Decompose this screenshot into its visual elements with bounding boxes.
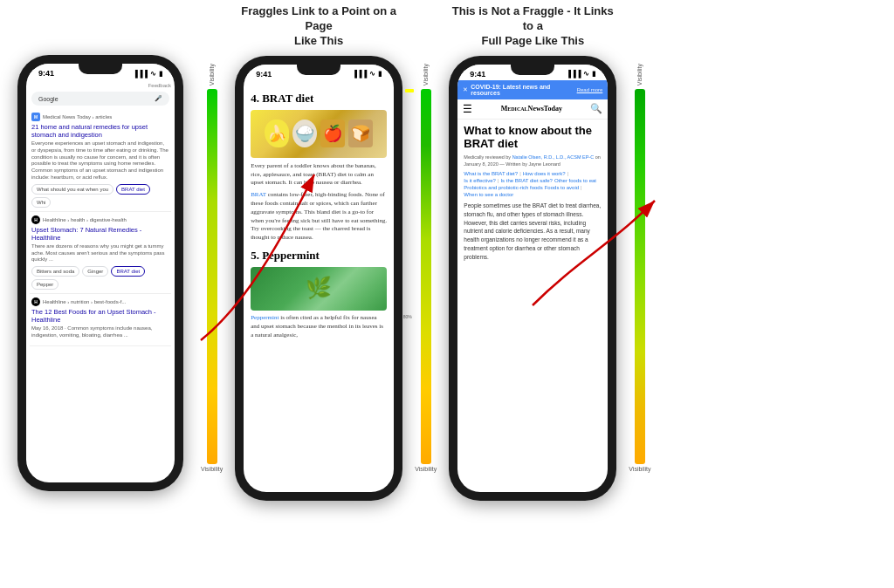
phone2-time: 9:41: [256, 70, 272, 79]
peppermint-para: Peppermint is often cited as a helpful f…: [251, 314, 387, 339]
vis-label-1: Visibility: [209, 64, 215, 85]
phone2-screen: 9:41 ▐▐▐ ∿ ▮ 4. BRAT diet 🍌 🍚 🍎: [244, 65, 394, 492]
search-bar[interactable]: Google 🎤: [31, 92, 169, 106]
brat-image: 🍌 🍚 🍎 🍞: [251, 110, 387, 158]
nav-safe[interactable]: Is the BRAT diet safe?: [500, 178, 552, 183]
chip-what[interactable]: What should you eat when you: [31, 184, 113, 195]
phone3-battery: ▮: [592, 70, 595, 78]
feedback-label: Feedback: [30, 83, 171, 88]
phone2-mockup: 9:41 ▐▐▐ ∿ ▮ 4. BRAT diet 🍌 🍚 🍎: [235, 56, 402, 501]
result-desc-1: Everyone experiences an upset stomach an…: [31, 140, 169, 181]
phone3-time: 9:41: [470, 70, 485, 79]
main-layout: 9:41 ▐▐▐ ∿ ▮ Feedback Google 🎤: [0, 0, 894, 588]
peppermint-link[interactable]: Peppermint: [251, 314, 279, 321]
nav-how-works[interactable]: How does it work?: [523, 171, 566, 176]
read-more-link[interactable]: Read more: [577, 87, 603, 92]
nav-brat-diet[interactable]: What is the BRAT diet?: [464, 171, 518, 176]
search-screen: Feedback Google 🎤 M Medical News Today ›…: [26, 79, 175, 350]
nav-probiotics[interactable]: Probiotics and probiotic-rich foods: [464, 185, 542, 190]
vis-bar-3-container: Visibility Visibility: [629, 64, 650, 472]
phone1-mockup: 9:41 ▐▐▐ ∿ ▮ Feedback Google 🎤: [17, 55, 183, 491]
brat-para1: Every parent of a toddler knows about th…: [251, 162, 387, 188]
search-query: Google: [38, 96, 58, 102]
nav-effective[interactable]: Is it effective?: [464, 178, 496, 183]
nav-avoid[interactable]: Foods to avoid: [545, 185, 579, 190]
covid-banner-text: COVID-19: Latest news and resources: [471, 84, 576, 96]
chip-row-2: Bitters and soda Ginger BRAT diet Pepper: [31, 266, 169, 290]
mnt-logo: MedicalNewsToday: [501, 105, 562, 113]
peppermint-heading: 5. Peppermint: [251, 248, 387, 263]
brat-para2: BRAT contains low-fiber, high-binding fo…: [251, 191, 387, 243]
close-icon[interactable]: ✕: [463, 86, 468, 93]
full-article-content: What to know about the BRAT diet Medical…: [457, 120, 608, 266]
vis-100-marker: [405, 89, 414, 92]
phone3-mockup: 9:41 ▐▐▐ ∿ ▮ ✕ COVID-19: Latest news and…: [449, 56, 616, 501]
nav-other-foods[interactable]: Other foods to eat: [554, 178, 596, 183]
result-item-1: M Medical News Today › articles 21 home …: [30, 109, 171, 212]
signal-icon: ▐▐▐: [133, 70, 148, 78]
phone1-notch: [79, 64, 122, 74]
phone3-column: This is Not a Fraggle - It Links to aFul…: [437, 4, 629, 501]
vis-label-2: Visibility: [423, 64, 429, 85]
phone3-icons: ▐▐▐ ∿ ▮: [566, 70, 595, 78]
phone2-column: Fraggles Link to a Point on a PageLike T…: [223, 4, 415, 501]
vis-bar-2: 80%: [421, 89, 431, 464]
battery-icon: ▮: [159, 70, 162, 78]
result-desc-3: May 16, 2018 · Common symptoms include n…: [31, 325, 169, 339]
vis-bar-2-container: Visibility 80% Visibility: [415, 64, 437, 472]
full-article-title: What to know about the BRAT diet: [464, 124, 602, 151]
chip-brat-1[interactable]: BRAT diet: [116, 184, 150, 195]
vis-label-3: Visibility: [636, 64, 643, 85]
result-title-2[interactable]: Upset Stomach: 7 Natural Remedies - Heal…: [31, 226, 169, 242]
wifi-icon: ∿: [150, 70, 156, 78]
chip-bitters[interactable]: Bitters and soda: [31, 266, 79, 277]
result-item-3: H Healthline › nutrition › best-foods-f.…: [30, 294, 171, 346]
phone1-time: 9:41: [38, 69, 54, 78]
hamburger-icon[interactable]: ☰: [463, 103, 472, 115]
phone3-notch: [511, 65, 554, 75]
brat-link[interactable]: BRAT: [251, 191, 266, 198]
chip-whi[interactable]: Whi: [31, 197, 51, 208]
rice-icon: 🍚: [292, 120, 317, 147]
nav-doctor[interactable]: When to see a doctor: [464, 192, 513, 197]
phone2-icons: ▐▐▐ ∿ ▮: [352, 70, 382, 78]
result-title-3[interactable]: The 12 Best Foods for an Upset Stomach -…: [31, 308, 169, 324]
chip-brat-2[interactable]: BRAT diet: [111, 266, 145, 277]
phone2-signal: ▐▐▐: [352, 70, 367, 78]
medical-text: Medical: [501, 105, 528, 113]
phone1-status-icons: ▐▐▐ ∿ ▮: [133, 70, 162, 78]
news-today-text: NewsToday: [528, 105, 562, 113]
reviewed-by-text: Medically reviewed by Natalie Olsen, R.D…: [464, 154, 602, 168]
mnt-header: ☰ MedicalNewsToday 🔍: [457, 99, 608, 120]
phone2-label: Fraggles Link to a Point on a PageLike T…: [231, 4, 406, 49]
source-text-3: Healthline › nutrition › best-foods-f...: [43, 299, 126, 304]
applesauce-icon: 🍎: [320, 120, 345, 147]
phone2-battery: ▮: [378, 70, 382, 78]
vis-bottom-2: Visibility: [415, 466, 437, 472]
vis-bar-3: [635, 89, 645, 464]
chip-ginger[interactable]: Ginger: [82, 266, 108, 277]
toast-icon: 🍞: [348, 120, 373, 147]
phone3-screen: 9:41 ▐▐▐ ∿ ▮ ✕ COVID-19: Latest news and…: [457, 65, 608, 492]
banana-icon: 🍌: [265, 120, 289, 147]
nav-links: What is the BRAT diet? | How does it wor…: [464, 171, 602, 197]
chip-row-1: What should you eat when you BRAT diet W…: [31, 184, 169, 208]
chip-pepper[interactable]: Pepper: [31, 279, 58, 290]
phone2-notch: [297, 65, 340, 75]
article-screen: 4. BRAT diet 🍌 🍚 🍎 🍞 Every parent of a t…: [244, 80, 394, 349]
brat-foods-display: 🍌 🍚 🍎 🍞: [262, 117, 375, 150]
vis-bar-1: [207, 89, 217, 464]
full-article-body: People sometimes use the BRAT diet to tr…: [464, 202, 602, 261]
phone3-signal: ▐▐▐: [566, 70, 581, 78]
phone1-column: 9:41 ▐▐▐ ∿ ▮ Feedback Google 🎤: [0, 4, 201, 491]
phone3-label: This is Not a Fraggle - It Links to aFul…: [445, 4, 620, 49]
source-text-1: Medical News Today › articles: [43, 114, 112, 120]
vis-bottom-3: Visibility: [629, 466, 650, 472]
covid-banner: ✕ COVID-19: Latest news and resources Re…: [457, 80, 608, 99]
result-item-2: H Healthline › health › digestive-health…: [30, 212, 171, 294]
peppermint-image: 🌿: [251, 267, 387, 311]
reviewer-link[interactable]: Natalie Olsen, R.D., L.D., ACSM EP-C: [512, 154, 595, 160]
vis-bar-1-container: Visibility Visibility: [201, 64, 223, 472]
result-title-1[interactable]: 21 home and natural remedies for upset s…: [31, 123, 169, 139]
search-icon[interactable]: 🔍: [590, 103, 602, 114]
